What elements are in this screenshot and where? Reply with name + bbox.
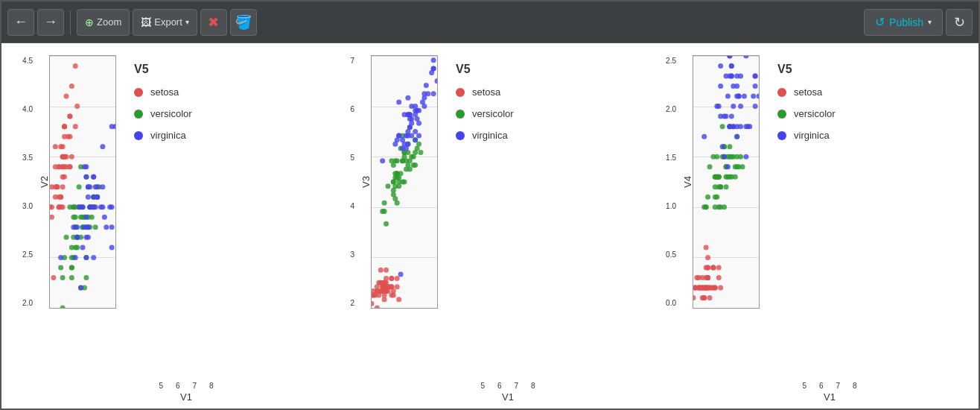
svg-point-297: [409, 121, 414, 126]
svg-point-47: [53, 184, 58, 189]
svg-point-93: [60, 275, 66, 280]
svg-point-37: [58, 144, 63, 149]
svg-point-129: [100, 204, 105, 209]
svg-point-35: [60, 184, 66, 189]
svg-point-257: [424, 83, 429, 88]
svg-point-393: [704, 204, 709, 209]
svg-point-49: [60, 174, 66, 180]
legend-area-1: V5 setosa versicolor virgi: [116, 55, 323, 309]
brush-icon: 🪣: [235, 14, 252, 31]
svg-point-431: [757, 94, 760, 99]
svg-point-33: [69, 83, 74, 89]
svg-point-147: [87, 204, 92, 209]
svg-point-414: [718, 63, 723, 69]
svg-point-424: [734, 83, 739, 89]
svg-point-444: [734, 94, 739, 99]
svg-point-425: [743, 154, 748, 160]
zoom-label: Zoom: [97, 16, 121, 28]
y-axis-label-2: V3: [357, 55, 371, 309]
publish-icon: ↺: [875, 15, 885, 29]
svg-point-48: [66, 134, 71, 139]
legend-item-setosa-1: setosa: [134, 86, 323, 98]
legend-dot-versicolor-1: [134, 110, 143, 119]
svg-point-417: [753, 83, 758, 89]
svg-point-437: [729, 74, 734, 79]
svg-point-410: [731, 104, 736, 109]
separator-1: [70, 10, 71, 34]
legend-item-virginica-3: virginica: [777, 130, 967, 141]
svg-point-313: [693, 295, 696, 300]
svg-point-438: [722, 114, 727, 119]
publish-button[interactable]: ↺ Publish ▾: [864, 9, 943, 36]
back-button[interactable]: ←: [7, 9, 34, 36]
svg-point-225: [411, 163, 416, 168]
svg-point-81: [69, 265, 74, 270]
close-button[interactable]: ✖: [200, 9, 227, 36]
legend-item-versicolor-2: versicolor: [456, 108, 645, 119]
refresh-button[interactable]: ↻: [946, 9, 973, 36]
x-ticks-2: 5 6 7 8: [474, 380, 541, 390]
svg-point-430: [747, 124, 752, 129]
chart-area-3: 2.5 2.0 1.5 1.0 0.5 0.0 V4 V5: [657, 55, 967, 403]
svg-point-343: [704, 245, 709, 250]
legend-item-virginica-1: virginica: [134, 130, 323, 141]
svg-point-14: [74, 104, 80, 109]
svg-point-248: [384, 221, 389, 227]
chart-with-yaxis-3: 2.5 2.0 1.5 1.0 0.5 0.0 V4 V5: [657, 55, 967, 380]
svg-point-134: [80, 245, 86, 250]
svg-point-291: [416, 133, 421, 139]
svg-point-264: [396, 133, 401, 139]
svg-point-199: [382, 288, 387, 294]
svg-point-356: [727, 144, 732, 149]
svg-point-96: [73, 215, 78, 220]
x-axis-label-3: V1: [824, 391, 836, 403]
legend-item-versicolor-1: versicolor: [134, 108, 323, 119]
svg-point-141: [95, 195, 100, 200]
svg-point-108: [91, 255, 96, 260]
close-icon: ✖: [208, 14, 219, 31]
svg-point-130: [104, 224, 109, 230]
legend-item-setosa-2: setosa: [456, 86, 645, 98]
svg-point-440: [734, 74, 739, 79]
legend-item-versicolor-3: versicolor: [777, 108, 967, 119]
svg-point-31: [67, 164, 72, 169]
svg-point-115: [86, 184, 91, 189]
zoom-button[interactable]: ⊕ Zoom: [77, 9, 130, 36]
forward-button[interactable]: →: [37, 9, 64, 36]
svg-point-229: [395, 201, 400, 206]
svg-point-275: [421, 95, 427, 101]
svg-point-279: [421, 104, 427, 109]
brush-button[interactable]: 🪣: [230, 9, 257, 36]
svg-point-442: [718, 83, 723, 89]
svg-point-76: [93, 224, 98, 230]
svg-point-381: [713, 204, 718, 209]
svg-point-298: [404, 133, 409, 139]
svg-point-109: [100, 144, 105, 149]
legend-dot-setosa-1: [134, 88, 143, 97]
chart-area-2: 7 6 5 4 3 2 V3 V5 se: [335, 55, 645, 403]
svg-point-163: [372, 301, 375, 306]
svg-point-359: [707, 164, 713, 169]
svg-point-398: [705, 195, 710, 200]
svg-point-174: [378, 268, 384, 273]
svg-point-168: [395, 276, 400, 281]
svg-point-344: [705, 265, 710, 270]
plot-area-3: [693, 55, 760, 309]
svg-point-22: [53, 144, 58, 149]
svg-point-164: [396, 297, 401, 302]
svg-point-318: [716, 275, 722, 280]
back-icon: ←: [14, 14, 28, 30]
svg-point-113: [73, 255, 78, 260]
export-button[interactable]: 🖼 Export ▾: [133, 9, 197, 36]
svg-point-314: [718, 285, 723, 290]
main-content: 4.5 4.0 3.5 3.0 2.5 2.0 V2: [1, 43, 979, 409]
svg-point-373: [724, 184, 729, 189]
x-axis-label-2: V1: [502, 391, 514, 403]
svg-point-57: [58, 265, 63, 270]
plot-area-1: [49, 55, 116, 309]
export-icon: 🖼: [141, 16, 151, 28]
legend-dot-versicolor-3: [777, 110, 786, 119]
svg-point-337: [701, 295, 707, 300]
svg-point-133: [83, 224, 89, 230]
svg-point-432: [729, 63, 734, 69]
